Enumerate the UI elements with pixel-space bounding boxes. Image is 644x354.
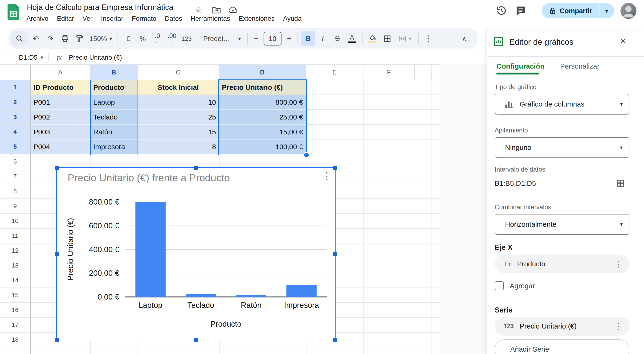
chart-resize-handle[interactable] — [194, 338, 198, 342]
chart-resize-handle[interactable] — [333, 338, 337, 342]
table-cell[interactable]: P003 — [30, 125, 90, 140]
menu-insertar[interactable]: Insertar — [101, 15, 124, 22]
row-header-3[interactable]: 3 — [0, 110, 30, 125]
table-cell[interactable]: 8 — [138, 140, 219, 154]
select-all-corner[interactable] — [0, 65, 30, 80]
tab-configuracion[interactable]: Configuración — [496, 62, 544, 70]
row-header-10[interactable]: 10 — [0, 214, 30, 229]
document-title[interactable]: Hoja de Cálculo para Empresa Informática — [27, 3, 173, 12]
item-menu-icon[interactable]: ⋮ — [615, 321, 623, 331]
fill-color-button[interactable] — [365, 31, 380, 46]
table-cell[interactable]: P001 — [30, 95, 90, 110]
text-color-button[interactable]: A — [344, 31, 359, 46]
row-header-5[interactable]: 5 — [0, 140, 30, 154]
column-header-E[interactable]: E — [306, 65, 364, 80]
stacking-select[interactable]: Ninguno ▾ — [495, 137, 630, 158]
table-cell[interactable]: 25 — [138, 110, 219, 125]
add-series-button[interactable]: Añadir Serie — [495, 339, 630, 354]
close-icon[interactable]: × — [620, 35, 626, 47]
chart-resize-handle[interactable] — [333, 252, 337, 256]
item-menu-icon[interactable]: ⋮ — [615, 259, 623, 269]
row-header-1[interactable]: 1 — [0, 80, 30, 95]
column-header-D[interactable]: D — [219, 65, 306, 80]
avatar[interactable] — [620, 3, 636, 19]
row-header-9[interactable]: 9 — [0, 199, 30, 214]
row-header-14[interactable]: 14 — [0, 273, 30, 288]
column-header-C[interactable]: C — [138, 65, 219, 80]
table-cell[interactable]: P004 — [30, 140, 90, 154]
menu-extensiones[interactable]: Extensiones — [238, 15, 275, 22]
undo-button[interactable]: ↶ — [28, 31, 43, 46]
data-range-row[interactable]: B1:B5,D1:D5 — [495, 175, 630, 192]
font-size-input[interactable]: 10 — [264, 32, 282, 46]
print-button[interactable] — [58, 31, 72, 46]
column-header-F[interactable]: F — [364, 65, 415, 80]
more-options-button[interactable]: ⋮ — [422, 31, 436, 46]
menu-archivo[interactable]: Archivo — [26, 15, 48, 22]
search-icon[interactable] — [10, 31, 28, 46]
table-cell[interactable]: 15 — [138, 125, 219, 140]
row-header-15[interactable]: 15 — [0, 288, 30, 303]
share-button[interactable]: Compartir ▾ — [542, 3, 614, 18]
table-cell[interactable]: 10 — [138, 95, 219, 110]
x-axis-item[interactable]: TT Producto ⋮ — [495, 254, 630, 273]
embedded-chart[interactable]: Precio Unitario (€) frente a Producto ⋮ … — [56, 167, 336, 340]
borders-button[interactable] — [380, 31, 394, 46]
row-header-7[interactable]: 7 — [0, 169, 30, 184]
menu-ver[interactable]: Ver — [83, 15, 92, 22]
paint-format-button[interactable] — [72, 31, 87, 46]
header-cell[interactable]: Stock Inicial — [138, 80, 219, 95]
table-cell[interactable]: P002 — [30, 110, 90, 125]
row-header-11[interactable]: 11 — [0, 229, 30, 243]
column-header-partial[interactable] — [415, 65, 432, 80]
row-header-12[interactable]: 12 — [0, 243, 30, 258]
redo-button[interactable]: ↷ — [43, 31, 58, 46]
name-box[interactable]: D1:D5 ▾ — [0, 51, 48, 64]
menu-editar[interactable]: Editar — [57, 15, 74, 22]
chart-resize-handle[interactable] — [55, 252, 59, 256]
merge-cells-button[interactable]: ▾ — [394, 31, 415, 46]
share-dropdown[interactable]: ▾ — [600, 7, 614, 15]
font-select[interactable]: Predet... ▾ — [200, 31, 244, 46]
format-currency-button[interactable]: € — [121, 31, 136, 46]
aggregate-checkbox[interactable] — [495, 281, 504, 290]
menu-datos[interactable]: Datos — [165, 15, 182, 22]
chart-resize-handle[interactable] — [55, 166, 59, 170]
italic-button[interactable]: I — [316, 31, 330, 46]
chart-resize-handle[interactable] — [333, 166, 337, 170]
column-header-A[interactable]: A — [30, 65, 90, 80]
comment-icon[interactable] — [516, 5, 526, 16]
row-header-17[interactable]: 17 — [0, 318, 30, 332]
number-format-button[interactable]: 123 — [179, 31, 194, 46]
strikethrough-button[interactable]: S — [330, 31, 344, 46]
sheets-logo-icon[interactable] — [8, 4, 19, 20]
chart-resize-handle[interactable] — [55, 338, 59, 342]
decrease-font-size-button[interactable]: − — [250, 31, 262, 46]
decrease-decimals-button[interactable]: .0 ← — [150, 31, 165, 46]
fill-handle[interactable] — [304, 152, 310, 158]
chart-type-select[interactable]: Gráfico de columnas ▾ — [495, 94, 630, 115]
row-header-8[interactable]: 8 — [0, 184, 30, 199]
increase-decimals-button[interactable]: .00 → — [165, 31, 179, 46]
select-range-icon[interactable] — [616, 179, 625, 188]
row-header-4[interactable]: 4 — [0, 125, 30, 140]
formula-input[interactable]: Precio Unitario (€) — [69, 54, 122, 61]
series-item[interactable]: 123 Precio Unitario (€) ⋮ — [495, 317, 630, 336]
menu-formato[interactable]: Formato — [132, 15, 156, 22]
format-percent-button[interactable]: % — [136, 31, 150, 46]
collapse-toolbar-button[interactable]: ∧ — [462, 35, 467, 43]
increase-font-size-button[interactable]: + — [283, 31, 295, 46]
column-header-B[interactable]: B — [90, 65, 138, 80]
chart-resize-handle[interactable] — [194, 166, 198, 170]
menu-herramientas[interactable]: Herramientas — [190, 15, 230, 22]
zoom-select[interactable]: 150% ▾ — [87, 31, 115, 46]
row-header-13[interactable]: 13 — [0, 258, 30, 273]
header-cell[interactable]: ID Producto — [30, 80, 90, 95]
bold-button[interactable]: B — [301, 31, 316, 46]
chevron-down-icon[interactable]: ▾ — [40, 55, 43, 61]
row-header-2[interactable]: 2 — [0, 95, 30, 110]
combine-ranges-select[interactable]: Horizontalmente ▾ — [495, 214, 630, 235]
chart-menu-icon[interactable]: ⋮ — [322, 170, 332, 182]
tab-personalizar[interactable]: Personalizar — [560, 62, 600, 70]
row-header-16[interactable]: 16 — [0, 303, 30, 318]
